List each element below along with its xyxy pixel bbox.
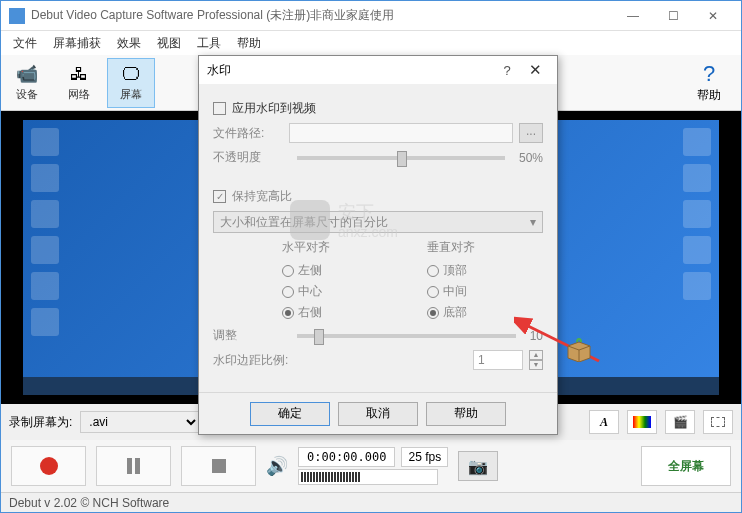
fps-display: 25 fps — [401, 447, 448, 467]
dialog-titlebar: 水印 ? ✕ — [199, 56, 557, 84]
apply-watermark-label: 应用水印到视频 — [232, 100, 316, 117]
adjust-label: 调整 — [213, 327, 283, 344]
tool-screen[interactable]: 🖵 屏幕 — [107, 58, 155, 108]
screen-icon: 🖵 — [119, 63, 143, 85]
format-select[interactable]: .avi — [80, 411, 200, 433]
effects-button[interactable]: 🎬 — [665, 410, 695, 434]
dialog-title: 水印 — [207, 62, 493, 79]
record-button[interactable] — [11, 446, 86, 486]
webcam-icon: 📹 — [15, 63, 39, 85]
toolbar-help[interactable]: ? 帮助 — [685, 58, 733, 108]
margin-label: 水印边距比例: — [213, 352, 313, 369]
network-icon: 🖧 — [67, 63, 91, 85]
stop-icon — [212, 459, 226, 473]
record-label: 录制屏幕为: — [9, 414, 72, 431]
pause-button[interactable] — [96, 446, 171, 486]
keep-ratio-checkbox[interactable]: ✓ — [213, 190, 226, 203]
margin-up-button[interactable]: ▲ — [529, 350, 543, 360]
cancel-button[interactable]: 取消 — [338, 402, 418, 426]
snapshot-button[interactable]: 📷 — [458, 451, 498, 481]
tool-device[interactable]: 📹 设备 — [3, 58, 51, 108]
record-icon — [40, 457, 58, 475]
opacity-value: 50% — [519, 151, 543, 165]
watermark-dialog: 水印 ? ✕ 应用水印到视频 文件路径: ... 不透明度 50% ✓ 保持宽高… — [198, 55, 558, 435]
menu-capture[interactable]: 屏幕捕获 — [45, 33, 109, 54]
adjust-value: 10 — [530, 329, 543, 343]
file-path-label: 文件路径: — [213, 125, 283, 142]
close-button[interactable]: ✕ — [693, 2, 733, 30]
fullscreen-button[interactable]: 全屏幕 — [641, 446, 731, 486]
menubar: 文件 屏幕捕获 效果 视图 工具 帮助 — [1, 31, 741, 55]
file-path-input[interactable] — [289, 123, 513, 143]
v-bottom-radio[interactable] — [427, 307, 439, 319]
dialog-help-button[interactable]: ? — [493, 63, 521, 78]
margin-down-button[interactable]: ▼ — [529, 360, 543, 370]
statusbar: Debut v 2.02 © NCH Software — [1, 492, 741, 512]
color-button[interactable] — [627, 410, 657, 434]
titlebar: Debut Video Capture Software Professiona… — [1, 1, 741, 31]
apply-watermark-checkbox[interactable] — [213, 102, 226, 115]
dialog-close-button[interactable]: ✕ — [521, 61, 549, 79]
v-middle-radio[interactable] — [427, 286, 439, 298]
maximize-button[interactable]: ☐ — [653, 2, 693, 30]
help-icon: ? — [703, 61, 715, 87]
stop-button[interactable] — [181, 446, 256, 486]
minimize-button[interactable]: — — [613, 2, 653, 30]
size-position-dropdown[interactable]: 大小和位置在屏幕尺寸的百分比▾ — [213, 211, 543, 233]
browse-button[interactable]: ... — [519, 123, 543, 143]
h-align-header: 水平对齐 — [282, 239, 330, 256]
pause-icon — [127, 458, 140, 474]
adjust-slider[interactable] — [297, 334, 516, 338]
menu-effects[interactable]: 效果 — [109, 33, 149, 54]
tool-network[interactable]: 🖧 网络 — [55, 58, 103, 108]
margin-input[interactable]: 1 — [473, 350, 523, 370]
keep-ratio-label: 保持宽高比 — [232, 188, 292, 205]
bottom-controls: 🔊 0:00:00.000 25 fps 📷 全屏幕 — [1, 440, 741, 492]
menu-help[interactable]: 帮助 — [229, 33, 269, 54]
menu-tools[interactable]: 工具 — [189, 33, 229, 54]
opacity-slider[interactable] — [297, 156, 505, 160]
package-icon — [564, 336, 594, 362]
v-align-header: 垂直对齐 — [427, 239, 475, 256]
menu-view[interactable]: 视图 — [149, 33, 189, 54]
app-icon — [9, 8, 25, 24]
h-center-radio[interactable] — [282, 286, 294, 298]
h-right-radio[interactable] — [282, 307, 294, 319]
chevron-down-icon: ▾ — [530, 215, 536, 229]
opacity-label: 不透明度 — [213, 149, 283, 166]
text-button[interactable]: A — [589, 410, 619, 434]
menu-file[interactable]: 文件 — [5, 33, 45, 54]
window-title: Debut Video Capture Software Professiona… — [31, 7, 613, 24]
ok-button[interactable]: 确定 — [250, 402, 330, 426]
v-top-radio[interactable] — [427, 265, 439, 277]
help-button[interactable]: 帮助 — [426, 402, 506, 426]
crop-button[interactable] — [703, 410, 733, 434]
time-display: 0:00:00.000 — [298, 447, 395, 467]
audio-meter — [298, 469, 438, 485]
h-left-radio[interactable] — [282, 265, 294, 277]
speaker-icon[interactable]: 🔊 — [266, 455, 288, 477]
